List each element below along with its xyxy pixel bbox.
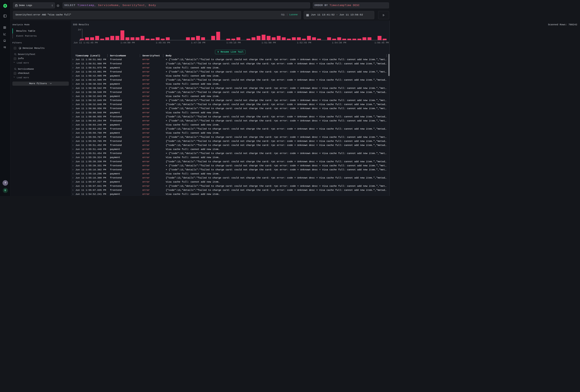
svg-text:1:56:45 PM: 1:56:45 PM [374, 41, 389, 44]
svg-text:1:44:00 PM: 1:44:00 PM [120, 41, 135, 44]
svg-text:1:47:30 PM: 1:47:30 PM [191, 41, 205, 44]
svg-text:1:54:30 PM: 1:54:30 PM [332, 41, 346, 44]
svg-text:1:45:45 PM: 1:45:45 PM [156, 41, 170, 44]
svg-text:Jun 11 1:41:45 PM: Jun 11 1:41:45 PM [73, 41, 98, 44]
svg-text:1:49:15 PM: 1:49:15 PM [226, 41, 241, 44]
svg-text:24: 24 [78, 28, 81, 31]
svg-text:1:52:45 PM: 1:52:45 PM [297, 41, 311, 44]
svg-text:1:51:00 PM: 1:51:00 PM [262, 41, 276, 44]
